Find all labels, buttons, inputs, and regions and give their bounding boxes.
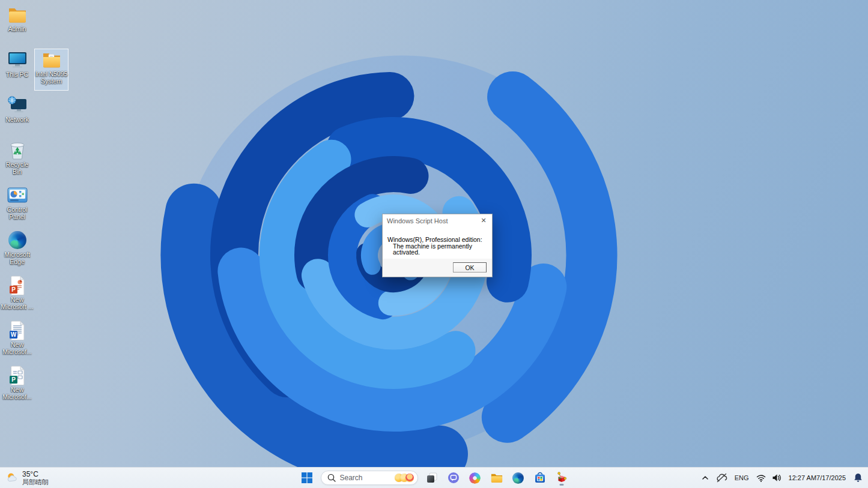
- desktop-icon-label: Recycle Bin: [1, 161, 34, 175]
- file-explorer-button[interactable]: [489, 470, 505, 486]
- windows-script-host-dialog: Windows Script Host ✕ Windows(R), Profes…: [382, 214, 493, 277]
- desktop-icon-label: New Microsoft ...: [1, 296, 33, 310]
- bell-icon: [854, 473, 863, 483]
- desktop-icon-admin[interactable]: Admin: [0, 4, 34, 46]
- dialog-message-line2: The machine is permanently activated.: [387, 243, 487, 256]
- task-view-button[interactable]: [424, 470, 440, 486]
- desktop-icon-microsoft-edge[interactable]: Microsoft Edge: [0, 229, 34, 271]
- activation-tool-icon: [556, 472, 568, 484]
- svg-text:W: W: [11, 331, 17, 338]
- start-button[interactable]: [299, 470, 315, 486]
- taskbar: 35°C 局部晴朗: [0, 467, 868, 488]
- publisher-doc-icon: P: [7, 365, 28, 385]
- desktop-icon-label: Network: [5, 116, 29, 123]
- chevron-up-icon: [702, 475, 709, 480]
- weather-widget[interactable]: 35°C 局部晴朗: [6, 470, 49, 486]
- desktop-icon-new-publisher[interactable]: P New Microsof...: [0, 364, 34, 406]
- notification-center-button[interactable]: [851, 469, 864, 486]
- start-icon: [302, 472, 312, 483]
- weather-temp: 35°C: [22, 470, 49, 478]
- desktop-icon-label: New Microsof...: [2, 341, 31, 355]
- word-doc-icon: W: [7, 320, 28, 340]
- wifi-icon: [756, 474, 766, 482]
- close-icon[interactable]: ✕: [479, 217, 488, 225]
- desktop-icon-label: New Microsof...: [2, 386, 31, 400]
- desktop: Admin This PC Networ: [0, 0, 868, 488]
- search-box[interactable]: [321, 471, 418, 485]
- chat-button[interactable]: [446, 470, 461, 486]
- network-icon: [7, 95, 28, 115]
- desktop-icon-control-panel[interactable]: Control Panel: [0, 184, 34, 226]
- weather-text: 35°C 局部晴朗: [22, 470, 49, 486]
- desktop-icon-label: Microsoft Edge: [4, 251, 30, 265]
- network-tray-button[interactable]: [754, 469, 768, 486]
- onedrive-tray-button[interactable]: [714, 469, 729, 486]
- folder-icon: [7, 4, 28, 25]
- onedrive-slash-icon: [716, 473, 727, 483]
- powerpoint-doc-icon: P: [7, 275, 28, 295]
- desktop-icon-this-pc[interactable]: This PC: [0, 49, 34, 91]
- edge-icon: [512, 472, 524, 484]
- weather-condition: 局部晴朗: [22, 478, 49, 486]
- search-icon: [327, 473, 336, 483]
- desktop-icon-recycle-bin[interactable]: Recycle Bin: [0, 139, 34, 181]
- computer-icon: [7, 50, 28, 70]
- dialog-title-bar: Windows Script Host ✕: [383, 214, 492, 227]
- volume-tray-button[interactable]: [770, 469, 783, 486]
- ok-button[interactable]: OK: [453, 262, 487, 273]
- edge-icon: [7, 230, 28, 250]
- system-tray: ENG 12:27 AM 7/17/2025: [699, 468, 864, 488]
- weather-icon: [6, 472, 18, 484]
- copilot-icon: [469, 472, 481, 484]
- file-explorer-icon: [491, 472, 503, 484]
- task-view-icon: [426, 472, 438, 484]
- copilot-button[interactable]: [467, 470, 483, 486]
- svg-text:P: P: [11, 286, 16, 293]
- language-indicator[interactable]: ENG: [732, 469, 752, 486]
- recycle-bin-icon: [7, 140, 28, 160]
- speaker-icon: [772, 474, 782, 482]
- emoji-heart-eyes-icon[interactable]: [405, 474, 414, 482]
- desktop-icon-label: Intel N5095 System: [35, 70, 68, 85]
- show-hidden-icons-button[interactable]: [699, 469, 712, 486]
- desktop-icon-new-word[interactable]: W New Microsof...: [0, 319, 34, 361]
- dialog-message: Windows(R), Professional edition: The ma…: [383, 227, 492, 256]
- desktop-icon-network[interactable]: Network: [0, 94, 34, 136]
- search-input[interactable]: [340, 474, 398, 482]
- desktop-icon-label: Admin: [8, 25, 26, 32]
- folder-files-icon: [41, 49, 62, 70]
- dialog-message-line1: Windows(R), Professional edition:: [387, 236, 487, 243]
- desktop-icon-label: This PC: [6, 71, 28, 78]
- control-panel-icon: [7, 185, 28, 205]
- desktop-icon-intel-n5095-system[interactable]: Intel N5095 System: [34, 49, 68, 91]
- chat-icon: [448, 472, 460, 484]
- taskbar-center: [299, 468, 569, 488]
- desktop-icon-label: Control Panel: [1, 206, 34, 220]
- dialog-title: Windows Script Host: [387, 217, 479, 224]
- clock[interactable]: 12:27 AM 7/17/2025: [786, 469, 849, 486]
- running-indicator: [559, 484, 563, 486]
- svg-text:P: P: [11, 376, 16, 383]
- tray-date: 7/17/2025: [816, 474, 846, 482]
- edge-button[interactable]: [511, 470, 526, 486]
- desktop-icon-new-powerpoint[interactable]: P New Microsoft ...: [0, 274, 34, 316]
- activation-tool-button[interactable]: [554, 470, 569, 486]
- microsoft-store-button[interactable]: [532, 470, 548, 486]
- tray-time: 12:27 AM: [789, 474, 816, 482]
- microsoft-store-icon: [534, 472, 546, 484]
